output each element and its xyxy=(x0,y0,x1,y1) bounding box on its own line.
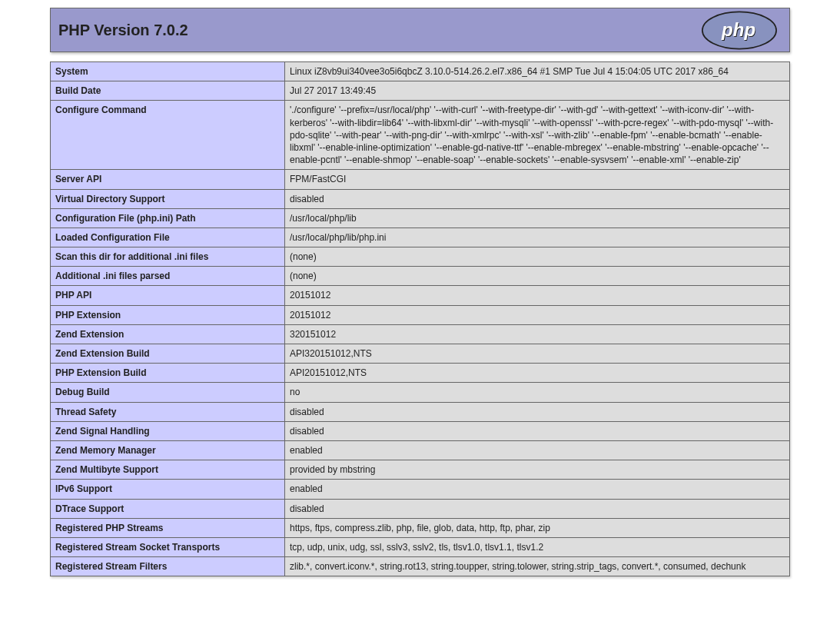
info-value: 20151012 xyxy=(285,286,790,305)
table-row: Registered Stream Socket Transportstcp, … xyxy=(51,537,790,556)
info-value: API20151012,NTS xyxy=(285,364,790,383)
info-label: Debug Build xyxy=(51,383,285,402)
info-value: provided by mbstring xyxy=(285,460,790,480)
info-value: tcp, udp, unix, udg, ssl, sslv3, sslv2, … xyxy=(285,537,790,556)
info-value: (none) xyxy=(285,247,790,267)
php-logo-icon: php php xyxy=(697,9,782,51)
table-row: Build DateJul 27 2017 13:49:45 xyxy=(51,81,790,101)
table-row: Thread Safetydisabled xyxy=(51,402,790,421)
info-value: https, ftps, compress.zlib, php, file, g… xyxy=(285,518,790,537)
table-row: DTrace Supportdisabled xyxy=(51,499,790,518)
table-row: SystemLinux iZ8vb9ui340vee3o5i6qbcZ 3.10… xyxy=(51,62,790,81)
table-row: Configuration File (php.ini) Path/usr/lo… xyxy=(51,208,790,228)
table-row: Zend Signal Handlingdisabled xyxy=(51,421,790,440)
info-value: /usr/local/php/lib/php.ini xyxy=(285,228,790,247)
info-label: IPv6 Support xyxy=(51,480,285,499)
info-label: System xyxy=(51,62,285,81)
info-value: enabled xyxy=(285,440,790,460)
info-value: no xyxy=(285,383,790,402)
info-label: Build Date xyxy=(51,81,285,101)
table-row: Zend Memory Managerenabled xyxy=(51,440,790,460)
info-label: PHP API xyxy=(51,286,285,305)
phpinfo-table: SystemLinux iZ8vb9ui340vee3o5i6qbcZ 3.10… xyxy=(50,61,790,576)
table-row: Zend Extension BuildAPI320151012,NTS xyxy=(51,344,790,364)
info-value: enabled xyxy=(285,480,790,499)
table-row: PHP Extension20151012 xyxy=(51,305,790,324)
info-label: Server API xyxy=(51,170,285,189)
info-value: './configure' '--prefix=/usr/local/php' … xyxy=(285,101,790,170)
info-label: Registered Stream Socket Transports xyxy=(51,537,285,556)
info-label: Loaded Configuration File xyxy=(51,228,285,247)
info-value: zlib.*, convert.iconv.*, string.rot13, s… xyxy=(285,557,790,576)
info-value: disabled xyxy=(285,421,790,440)
table-row: Additional .ini files parsed(none) xyxy=(51,267,790,286)
info-label: PHP Extension Build xyxy=(51,364,285,383)
info-label: Scan this dir for additional .ini files xyxy=(51,247,285,267)
info-label: Zend Signal Handling xyxy=(51,421,285,440)
info-value: FPM/FastCGI xyxy=(285,170,790,189)
info-value: (none) xyxy=(285,267,790,286)
info-value: API320151012,NTS xyxy=(285,344,790,364)
info-label: Configuration File (php.ini) Path xyxy=(51,208,285,228)
info-label: Registered Stream Filters xyxy=(51,557,285,576)
table-row: Loaded Configuration File/usr/local/php/… xyxy=(51,228,790,247)
info-label: Zend Extension Build xyxy=(51,344,285,364)
info-value: /usr/local/php/lib xyxy=(285,208,790,228)
info-label: Additional .ini files parsed xyxy=(51,267,285,286)
svg-text:php: php xyxy=(721,19,755,40)
info-value: disabled xyxy=(285,402,790,421)
info-label: Zend Extension xyxy=(51,324,285,344)
info-label: DTrace Support xyxy=(51,499,285,518)
table-row: Zend Multibyte Supportprovided by mbstri… xyxy=(51,460,790,480)
table-row: Configure Command'./configure' '--prefix… xyxy=(51,101,790,170)
info-label: Configure Command xyxy=(51,101,285,170)
table-row: PHP Extension BuildAPI20151012,NTS xyxy=(51,364,790,383)
info-value: disabled xyxy=(285,189,790,208)
info-label: Zend Memory Manager xyxy=(51,440,285,460)
info-label: Thread Safety xyxy=(51,402,285,421)
table-row: Debug Buildno xyxy=(51,383,790,402)
table-row: IPv6 Supportenabled xyxy=(51,480,790,499)
phpinfo-header: PHP Version 7.0.2 php php xyxy=(50,8,790,52)
table-row: PHP API20151012 xyxy=(51,286,790,305)
info-label: PHP Extension xyxy=(51,305,285,324)
page-title: PHP Version 7.0.2 xyxy=(58,22,188,39)
info-label: Zend Multibyte Support xyxy=(51,460,285,480)
info-value: Jul 27 2017 13:49:45 xyxy=(285,81,790,101)
table-row: Virtual Directory Supportdisabled xyxy=(51,189,790,208)
table-row: Registered Stream Filterszlib.*, convert… xyxy=(51,557,790,576)
table-row: Server APIFPM/FastCGI xyxy=(51,170,790,189)
info-value: Linux iZ8vb9ui340vee3o5i6qbcZ 3.10.0-514… xyxy=(285,62,790,81)
table-row: Scan this dir for additional .ini files(… xyxy=(51,247,790,267)
table-row: Zend Extension320151012 xyxy=(51,324,790,344)
info-label: Virtual Directory Support xyxy=(51,189,285,208)
table-row: Registered PHP Streamshttps, ftps, compr… xyxy=(51,518,790,537)
info-label: Registered PHP Streams xyxy=(51,518,285,537)
info-value: 320151012 xyxy=(285,324,790,344)
info-value: 20151012 xyxy=(285,305,790,324)
info-value: disabled xyxy=(285,499,790,518)
